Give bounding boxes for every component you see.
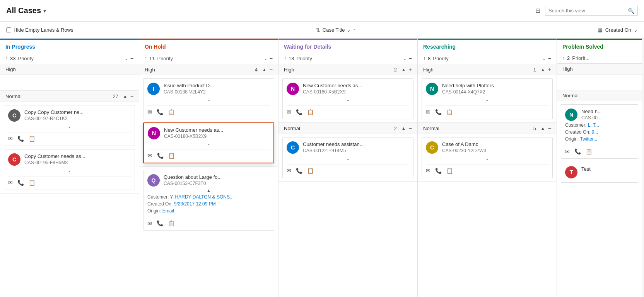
card-test-problemsolved[interactable]: T Test [561, 162, 638, 183]
email-icon-cas00197[interactable]: ✉ [8, 136, 13, 142]
phone-icon-cas00138[interactable]: 📞 [157, 109, 163, 115]
lane-plus-high-researching[interactable]: + [548, 66, 551, 73]
card-expand-cas00153[interactable]: ▲ [147, 188, 270, 193]
priority-count-researching: 8 [428, 56, 430, 61]
phone-icon-cas00197[interactable]: 📞 [17, 136, 24, 142]
priority-up-icon-researching: ↑ [423, 56, 425, 61]
lane-minus-high-onhold[interactable]: − [270, 66, 273, 73]
avatar-cas00122: C [287, 141, 299, 154]
card-cas00144[interactable]: N Need help with Plotters CAS-00144-X4Q7… [422, 78, 553, 119]
lane-plus-high-waiting[interactable]: + [409, 66, 412, 73]
copy-icon-cas00122[interactable]: 📋 [307, 168, 314, 174]
email-icon-cas00230[interactable]: ✉ [426, 168, 430, 174]
hide-empty-checkbox[interactable] [6, 27, 11, 32]
card-actions-cas00197: ✉ 📞 📋 [8, 132, 131, 142]
app-title[interactable]: All Cases [6, 6, 41, 15]
email-icon-cas00122[interactable]: ✉ [287, 168, 291, 174]
lane-count-normal-inprogress: 27 [113, 93, 118, 99]
card-cas00122[interactable]: C Customer needs assistan... CAS-00122-P… [282, 137, 413, 178]
email-icon-cas00195[interactable]: ✉ [8, 180, 13, 186]
lane-minus-normal-researching[interactable]: − [548, 125, 551, 131]
lane-header-high-waiting: High 2 ▲ + [278, 64, 417, 75]
sort-asc-icon[interactable]: ↑ [353, 27, 355, 33]
copy-icon-cas00230[interactable]: 📋 [446, 168, 453, 174]
card-cas00197[interactable]: C Copy Copy Customer ne... CAS-00197-R4C… [4, 105, 135, 146]
email-icon-cas00138[interactable]: ✉ [147, 109, 152, 115]
lane-minus-normal-inprogress[interactable]: − [130, 93, 133, 99]
card-cas00195[interactable]: C Copy Customer needs as... CAS-00195-F8… [4, 149, 135, 190]
card-expand-cas00122[interactable]: ⌄ [287, 156, 409, 161]
card-cas00230[interactable]: C Case of A Damc CAS-00230-Y2D7W3 ⌄ ✉ 📞 … [422, 137, 553, 178]
priority-chevron-waiting[interactable]: ⌄ [403, 56, 407, 61]
title-chevron-icon[interactable]: ▾ [43, 8, 46, 14]
lane-toggle-normal-inprogress[interactable]: ▲ [123, 94, 127, 98]
phone-icon-cas00180-waiting[interactable]: 📞 [296, 109, 302, 115]
lane-count-high-waiting: 2 [394, 67, 397, 73]
top-bar-left: All Cases ▾ [6, 6, 46, 15]
priority-collapse-inprogress[interactable]: − [130, 55, 133, 61]
phone-icon-cas00153[interactable]: 📞 [157, 220, 163, 226]
lane-count-normal-waiting: 2 [394, 126, 397, 131]
email-icon-cas00180[interactable]: ✉ [148, 153, 152, 159]
card-expand-cas00180-waiting[interactable]: ⌄ [287, 97, 409, 102]
phone-icon-cas00230[interactable]: 📞 [435, 168, 442, 174]
lane-toggle-normal-researching[interactable]: ▲ [541, 126, 545, 131]
sort-label[interactable]: Case Title ⌄ [323, 27, 351, 33]
email-icon-need-h-problemsolved[interactable]: ✉ [565, 148, 570, 154]
phone-icon-cas00122[interactable]: 📞 [296, 168, 302, 174]
card-expand-cas00138[interactable]: ⌄ [147, 97, 270, 102]
copy-icon-need-h-problemsolved[interactable]: 📋 [586, 148, 592, 154]
priority-chevron-inprogress[interactable]: ⌄ [125, 56, 128, 61]
hide-empty-label[interactable]: Hide Empty Lanes & Rows [6, 27, 73, 33]
phone-icon-need-h-problemsolved[interactable]: 📞 [574, 148, 581, 154]
email-icon-cas00153[interactable]: ✉ [147, 220, 152, 226]
card-need-h-problemsolved[interactable]: N Need h... CAS-00... Customer: L. T... … [561, 104, 638, 159]
card-cas00138[interactable]: I Issue with Product D... CAS-00138-V2L4… [143, 78, 274, 119]
search-icon[interactable]: 🔍 [628, 8, 634, 14]
email-icon-cas00144[interactable]: ✉ [426, 109, 430, 115]
lane-toggle-normal-waiting[interactable]: ▲ [401, 126, 406, 131]
card-info-cas00197: Copy Copy Customer ne... CAS-00197-R4C1K… [24, 109, 131, 121]
copy-icon-cas00195[interactable]: 📋 [29, 180, 35, 186]
copy-icon-cas00197[interactable]: 📋 [29, 136, 35, 142]
card-expand-cas00230[interactable]: ⌄ [426, 156, 548, 161]
column-header-researching: Researching [418, 39, 557, 53]
card-cas00153[interactable]: Q Question about Large fo... CAS-00153-C… [143, 170, 274, 231]
card-expand-cas00180[interactable]: ⌄ [148, 141, 270, 146]
priority-chevron-researching[interactable]: ⌄ [542, 56, 546, 61]
phone-icon-cas00195[interactable]: 📞 [17, 180, 24, 186]
column-title-researching: Researching [423, 44, 456, 50]
search-input[interactable] [548, 8, 625, 14]
phone-icon-cas00144[interactable]: 📞 [435, 109, 442, 115]
copy-icon-cas00180[interactable]: 📋 [168, 153, 175, 159]
phone-icon-cas00180[interactable]: 📞 [157, 153, 164, 159]
card-cas00180-waiting[interactable]: N New Customer needs as... CAS-00180-X5B… [282, 78, 413, 119]
copy-icon-cas00180-waiting[interactable]: 📋 [307, 109, 314, 115]
lane-toggle-high-waiting[interactable]: ▲ [401, 67, 406, 72]
priority-collapse-waiting[interactable]: − [409, 55, 412, 61]
priority-count-problemsolved: 2 [567, 55, 570, 61]
priority-chevron-onhold[interactable]: ⌄ [264, 56, 267, 61]
lane-normal-inprogress: Normal 27 ▲ − C Copy Copy Customer ne...… [0, 91, 139, 193]
card-cas00180-focused[interactable]: N New Customer needs as... CAS-00180-X5B… [143, 122, 274, 163]
card-expand-cas00197[interactable]: ⌄ [8, 124, 131, 129]
lane-toggle-high-onhold[interactable]: ▲ [262, 67, 266, 72]
email-icon-cas00180-waiting[interactable]: ✉ [287, 109, 291, 115]
card-title-cas00153: Question about Large fo... [164, 174, 270, 180]
column-body-inprogress: High Normal 27 ▲ − C Copy [0, 64, 139, 297]
card-expand-cas00144[interactable]: ⌄ [426, 97, 548, 102]
filter-icon[interactable]: ⊟ [535, 7, 540, 14]
priority-collapse-onhold[interactable]: − [270, 55, 273, 61]
card-header-test-problemsolved: T Test [565, 166, 634, 178]
lane-minus-normal-waiting[interactable]: − [409, 125, 412, 131]
created-on-button[interactable]: Created On ⌄ [605, 27, 638, 33]
card-expand-cas00195[interactable]: ⌄ [8, 168, 131, 173]
copy-icon-cas00153[interactable]: 📋 [168, 220, 174, 226]
lane-toggle-high-researching[interactable]: ▲ [541, 67, 545, 72]
priority-collapse-researching[interactable]: − [548, 55, 551, 61]
card-actions-need-h-problemsolved: ✉ 📞 📋 [565, 145, 634, 154]
created-on-chevron-icon: ⌄ [634, 27, 638, 33]
copy-icon-cas00144[interactable]: 📋 [446, 109, 453, 115]
origin-val-problemsolved: Twitter... [580, 136, 597, 142]
copy-icon-cas00138[interactable]: 📋 [168, 109, 174, 115]
